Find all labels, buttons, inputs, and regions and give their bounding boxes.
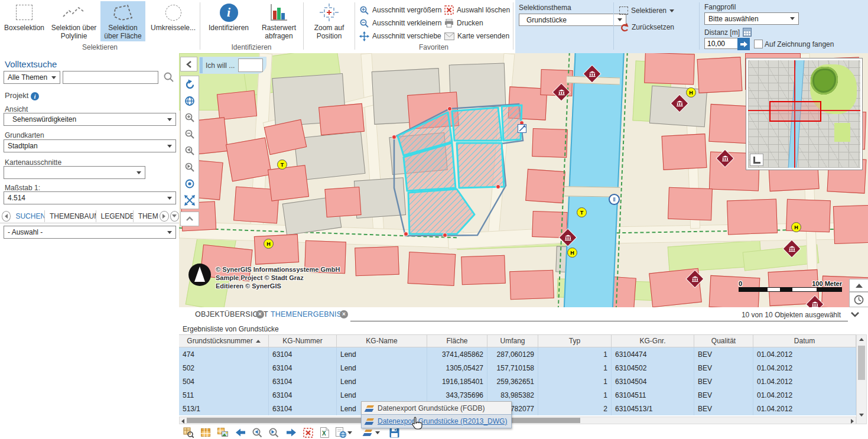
- full-extent-button[interactable]: [181, 192, 199, 209]
- auf-zeichnung-fangen-checkbox[interactable]: [754, 40, 763, 48]
- ich-will-widget[interactable]: Ich will ...: [199, 57, 266, 74]
- themen-dropdown[interactable]: Alle Themen: [4, 71, 60, 84]
- sidebar-tab-themenbaum[interactable]: THEMENBAUM: [46, 210, 96, 222]
- table-image-view-button[interactable]: [216, 425, 230, 439]
- table-header-cell[interactable]: KG-Gnr.: [612, 334, 694, 347]
- fav-ausschnitt-verkleinern[interactable]: Ausschnitt verkleinern: [359, 18, 441, 28]
- overview-minimap[interactable]: [746, 58, 863, 170]
- zoom-to-selection-button[interactable]: [181, 425, 196, 439]
- fav-ausschnitt-vergroessern[interactable]: Ausschnitt vergrößern: [359, 5, 441, 15]
- massstab-dropdown[interactable]: 4.514: [4, 191, 176, 204]
- globe-button[interactable]: [181, 93, 199, 109]
- distanz-input[interactable]: [704, 38, 739, 49]
- fav-drucken[interactable]: Drucken: [444, 18, 483, 28]
- table-row[interactable]: 51163104Lend343,73569683,985382163104511…: [179, 388, 856, 402]
- table-cell: 01.04.2012: [753, 402, 856, 415]
- close-icon[interactable]: ×: [340, 310, 348, 318]
- clear-selection-button[interactable]: [301, 425, 315, 439]
- refresh-button[interactable]: [181, 76, 199, 93]
- kartenausschnitte-dropdown[interactable]: [4, 166, 145, 179]
- fav-karte-versenden[interactable]: Karte versenden: [444, 31, 509, 41]
- tabs-more-button[interactable]: [170, 211, 179, 222]
- table-row[interactable]: 50263104Lend1305,05427157,71015816310450…: [179, 361, 856, 375]
- panel-collapse-chevron[interactable]: [850, 311, 860, 318]
- table-header-cell[interactable]: Qualität: [694, 334, 753, 347]
- info-icon[interactable]: i: [31, 92, 39, 100]
- horizontal-scrollbar[interactable]: [179, 417, 856, 424]
- tool-selektion-polylinie[interactable]: Selektion über Polylinie: [50, 1, 98, 41]
- report-export-button[interactable]: [334, 425, 348, 439]
- tool-identifizieren[interactable]: i Identifizieren: [203, 1, 254, 41]
- table-row[interactable]: 513/163104Lend4,782077263104513/1BEV01.0…: [179, 402, 856, 415]
- tool-selektion-flaeche[interactable]: Selektion über Fläche: [100, 1, 145, 41]
- previous-extent-button[interactable]: [181, 142, 199, 159]
- table-view-button[interactable]: [199, 425, 213, 439]
- tab-themenergebnis[interactable]: THEMENERGEBNIS: [271, 310, 342, 318]
- scroll-down-arrow[interactable]: [859, 414, 864, 417]
- zuruecksetzen-button[interactable]: Zurücksetzen: [619, 22, 674, 32]
- table-header-cell[interactable]: KG-Nummer: [269, 334, 337, 347]
- minimap-extent-rectangle[interactable]: [769, 101, 821, 122]
- zoom-next-record-button[interactable]: [266, 425, 281, 439]
- time-slider-button[interactable]: [849, 292, 868, 307]
- table-header-cell[interactable]: KG-Name: [337, 334, 427, 347]
- ansicht-dropdown[interactable]: Sehenswürdigkeiten: [4, 113, 176, 126]
- scroll-up-arrow[interactable]: [859, 338, 864, 341]
- ich-will-input[interactable]: [238, 58, 263, 72]
- sidebar-tab-suchen[interactable]: SUCHEN: [12, 210, 45, 222]
- context-menu-item-fgdb[interactable]: Datenexport Grundstücke (FGDB): [362, 402, 511, 415]
- table-cell: BEV: [694, 375, 753, 388]
- first-record-button[interactable]: [233, 425, 248, 439]
- collapse-sidebar-button[interactable]: [180, 57, 197, 71]
- excel-export-button[interactable]: X: [317, 425, 331, 439]
- tabs-scroll-left-button[interactable]: [2, 211, 11, 222]
- center-map-button[interactable]: [181, 175, 199, 192]
- selection-handle-icon[interactable]: [518, 124, 526, 133]
- fav-ausschnitt-verschieben[interactable]: Ausschnitt verschiebe: [359, 31, 441, 41]
- selektieren-button[interactable]: Selektieren: [619, 5, 674, 16]
- collapse-toolbar-button[interactable]: [180, 212, 199, 226]
- apply-distance-button[interactable]: [737, 38, 750, 50]
- volltext-search-input[interactable]: [63, 71, 158, 84]
- selektionsthema-dropdown[interactable]: Grundstücke: [519, 14, 626, 26]
- tool-boxselektion[interactable]: Boxselektion: [1, 1, 47, 41]
- table-header-cell[interactable]: Grundstücksnummer: [179, 334, 269, 347]
- table-header-cell[interactable]: Typ: [538, 334, 612, 347]
- fangen-checkbox-label: Auf Zeichnung fangen: [765, 40, 834, 48]
- grundkarten-dropdown[interactable]: Stadtplan: [4, 139, 176, 152]
- scroll-left-arrow[interactable]: [181, 419, 184, 424]
- zoom-in-button[interactable]: [181, 109, 199, 126]
- context-menu-item-dwg[interactable]: Datenexport Grundstücke (R2013_DWG): [362, 415, 511, 428]
- table-cell: BEV: [694, 347, 753, 361]
- table-row[interactable]: 47463104Lend3741,485862287,0601291631044…: [179, 347, 856, 361]
- tabs-scroll-right-button[interactable]: [160, 211, 168, 222]
- data-export-dropdown-arrow[interactable]: [375, 431, 380, 434]
- table-header-cell[interactable]: Datum: [753, 334, 856, 347]
- vertical-scrollbar[interactable]: [856, 334, 867, 424]
- zoom-previous-record-button[interactable]: [250, 425, 264, 439]
- tool-rasterwert-abfragen[interactable]: Rasterwert abfragen: [256, 1, 301, 41]
- tool-umkreisselektion[interactable]: Umkreissele...: [148, 1, 199, 41]
- sidebar-tab-themenergebnis[interactable]: THEM: [135, 210, 159, 222]
- fav-auswahl-loeschen[interactable]: Auswahl löschen: [444, 5, 510, 15]
- sidebar-tab-legende[interactable]: LEGENDE: [97, 210, 134, 222]
- panel-expand-button[interactable]: [849, 279, 868, 292]
- map-canvas[interactable]: HHHHTT‖ Ich will ...: [179, 53, 868, 307]
- scroll-right-arrow[interactable]: [851, 419, 854, 424]
- next-extent-button[interactable]: [181, 159, 199, 175]
- auswahl-dropdown[interactable]: - Auswahl -: [4, 226, 176, 239]
- printer-icon: [444, 19, 454, 28]
- zoom-out-button[interactable]: [181, 126, 199, 142]
- report-export-dropdown-arrow[interactable]: [347, 431, 352, 434]
- search-icon[interactable]: [163, 71, 175, 83]
- minimap-collapse-button[interactable]: [750, 154, 763, 166]
- table-header-cell[interactable]: Umfang: [487, 334, 538, 347]
- grid-calculator-icon[interactable]: [743, 28, 752, 37]
- vertical-scrollbar-thumb[interactable]: [858, 346, 865, 380]
- close-icon[interactable]: ×: [256, 310, 264, 318]
- table-header-cell[interactable]: Fläche: [427, 334, 487, 347]
- last-record-button[interactable]: [284, 425, 298, 439]
- table-row[interactable]: 50463104Lend1916,185401259,3626511631045…: [179, 375, 856, 388]
- tool-zoom-auf-position[interactable]: Zoom auf Position: [307, 1, 352, 41]
- fangprofil-dropdown[interactable]: Bitte auswählen: [704, 12, 799, 25]
